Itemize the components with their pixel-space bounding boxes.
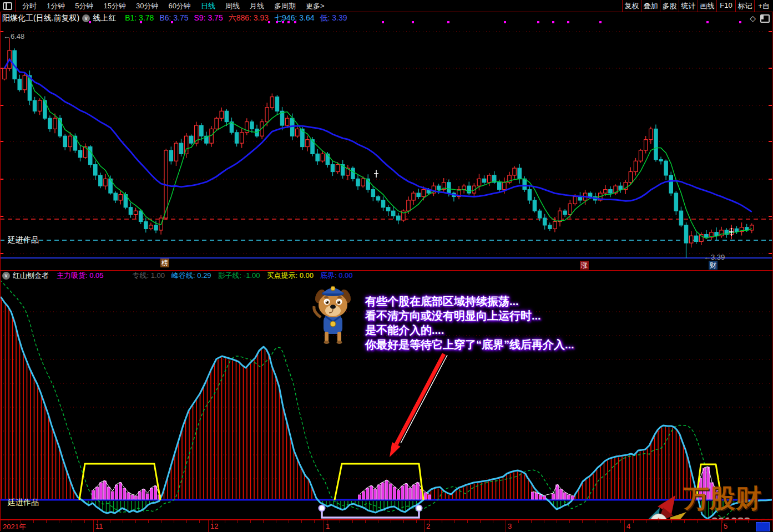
axis-tick (59, 520, 59, 523)
axis-label-2021年: 2021年 (3, 522, 26, 532)
low-price-label: ←3.39 (704, 253, 725, 261)
right-border (772, 12, 772, 531)
tool-button-标记[interactable]: 标记 (735, 0, 754, 12)
info-field: 低: 3.39 (320, 13, 347, 23)
axis-tick (301, 520, 302, 523)
signal-dot (447, 21, 449, 23)
signal-dot (382, 21, 384, 23)
period-tab-月线[interactable]: 月线 (245, 1, 269, 11)
tool-button-复权[interactable]: 复权 (622, 0, 641, 12)
axis-month-line (324, 520, 324, 532)
axis-tick (148, 520, 149, 523)
axis-tick (225, 520, 225, 523)
info-field: B6: 3.75 (159, 13, 188, 23)
tool-button-多股[interactable]: 多股 (660, 0, 679, 12)
dog-mascot-image (313, 286, 352, 344)
period-tab-5分钟[interactable]: 5分钟 (70, 1, 98, 11)
axis-tick (442, 520, 442, 523)
axis-tick (289, 520, 289, 523)
tool-button-统计[interactable]: 统计 (679, 0, 698, 12)
split-window-icon[interactable] (760, 14, 770, 23)
axis-tick (761, 520, 761, 523)
main-chart-author-watermark: 廷进作品 (8, 235, 39, 245)
period-tab-1分钟[interactable]: 1分钟 (42, 1, 70, 11)
time-axis[interactable]: 2021年111212345 (0, 519, 773, 532)
annotation-line: 有些个股在底部区域持续振荡... (365, 294, 519, 309)
axis-tick (544, 520, 544, 523)
info-bar: 阳煤化工(日线.前复权) ∨ 线上红 B1: 3.78B6: 3.75S9: 3… (0, 12, 773, 24)
tool-button-叠加[interactable]: 叠加 (641, 0, 660, 12)
axis-tick (365, 520, 366, 523)
annotation-line: 你最好是等待它上穿了“底界”线后再介入... (365, 337, 574, 352)
signal-dot (412, 21, 414, 23)
axis-label-11: 11 (95, 522, 103, 530)
scrollbar-thumb[interactable] (756, 522, 770, 531)
ad-tag-财[interactable]: 财 (709, 261, 718, 270)
period-tab-多周期[interactable]: 多周期 (269, 1, 301, 11)
axis-tick (263, 520, 264, 523)
info-field: 六886: 3.93 (229, 13, 269, 23)
diamond-icon[interactable]: ◇ (750, 14, 756, 23)
tool-button-F10[interactable]: F10 (716, 0, 735, 12)
axis-tick (135, 520, 136, 523)
ad-tag-榜[interactable]: 榜 (160, 259, 169, 267)
candlestick-chart[interactable] (0, 25, 773, 270)
period-tab-分时[interactable]: 分时 (17, 1, 42, 11)
panel-author-watermark: 廷进作品 (8, 498, 39, 508)
period-tab-15分钟[interactable]: 15分钟 (98, 1, 130, 11)
overlay-indicator-name[interactable]: 线上红 (93, 13, 116, 23)
chevron-down-icon[interactable]: ∨ (2, 272, 10, 280)
axis-tick (608, 520, 608, 523)
signal-dot (739, 21, 741, 23)
axis-tick (110, 520, 110, 523)
axis-tick (186, 520, 187, 523)
axis-tick (697, 520, 698, 523)
indicator-legend-field: 底界: 0.00 (320, 271, 353, 281)
axis-tick (33, 520, 34, 523)
signal-dot (537, 21, 539, 23)
axis-label-12: 12 (210, 522, 218, 530)
axis-tick (467, 520, 468, 523)
signal-dot (287, 21, 290, 23)
axis-tick (506, 520, 506, 523)
indicator-legend-field: 买点提示: 0.00 (266, 271, 314, 281)
tool-button-+自[interactable]: +自 (754, 0, 773, 12)
indicator-name[interactable]: 红山刨金者 (13, 271, 49, 281)
axis-tick (314, 520, 315, 523)
axis-month-line (208, 520, 209, 532)
axis-tick (480, 520, 481, 523)
axis-month-line (721, 520, 722, 532)
stock-title[interactable]: 阳煤化工(日线.前复权) (2, 13, 79, 23)
annotation-line: 是不能介入的.... (365, 323, 444, 338)
axis-tick (238, 520, 238, 523)
period-tab-周线[interactable]: 周线 (220, 1, 245, 11)
axis-tick (735, 520, 736, 523)
axis-tick (454, 520, 455, 523)
indicator-legend-field: 影子线: -1.00 (218, 271, 260, 281)
axis-label-2: 2 (426, 522, 430, 530)
period-tab-日线[interactable]: 日线 (196, 1, 220, 11)
tool-button-画线[interactable]: 画线 (698, 0, 716, 12)
ad-tag-涨[interactable]: 涨 (580, 261, 589, 270)
high-price-label: ←6.48 (3, 32, 24, 40)
axis-tick (391, 520, 391, 523)
indicator-header: ∨ 红山刨金者 主力吸货: 0.05专线: 1.00峰谷线: 0.29影子线: … (0, 270, 773, 281)
annotation-line: 看不清方向或没有明显向上运行时... (365, 308, 541, 323)
period-tab-30分钟[interactable]: 30分钟 (131, 1, 163, 11)
axis-tick (684, 520, 685, 523)
axis-tick (671, 520, 672, 523)
toolbar-divider (16, 0, 16, 12)
axis-label-4: 4 (627, 522, 630, 530)
signal-dot (268, 21, 270, 23)
info-field: S9: 3.75 (194, 13, 223, 23)
period-tab-60分钟[interactable]: 60分钟 (163, 1, 195, 11)
period-tab-更多>[interactable]: 更多> (301, 1, 330, 11)
top-toolbar: 分时1分钟5分钟15分钟30分钟60分钟日线周线月线多周期更多> 复权叠加多股统… (0, 0, 773, 12)
axis-tick (84, 520, 85, 523)
axis-tick (518, 520, 519, 523)
axis-tick (646, 520, 646, 523)
axis-tick (276, 520, 276, 523)
signal-dot (89, 21, 91, 23)
signal-dot (140, 21, 142, 23)
window-icon[interactable] (3, 2, 12, 10)
